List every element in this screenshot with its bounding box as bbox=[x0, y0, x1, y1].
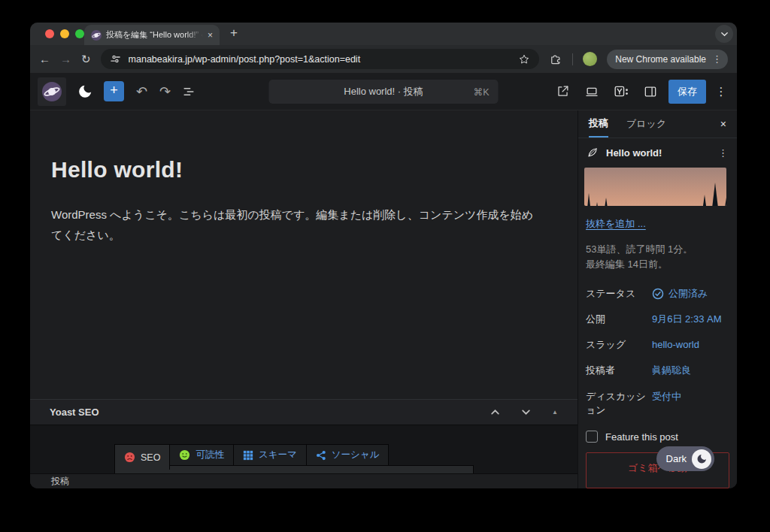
dark-mode-toggle[interactable]: Dark bbox=[656, 446, 714, 471]
close-window-button[interactable] bbox=[45, 29, 54, 38]
tab-post[interactable]: 投稿 bbox=[589, 110, 608, 138]
yoast-tab-readability[interactable]: 可読性 bbox=[170, 444, 234, 466]
breadcrumb[interactable]: 投稿 bbox=[51, 475, 69, 488]
yoast-header-controls: ▲ bbox=[490, 407, 558, 417]
move-down-icon[interactable] bbox=[521, 407, 531, 417]
post-paragraph[interactable]: WordPress へようこそ。こちらは最初の投稿です。編集または削除し、コンテ… bbox=[51, 205, 544, 245]
field-status: ステータス 公開済み bbox=[578, 281, 737, 307]
field-discussion: ディスカッション 受付中 bbox=[578, 384, 737, 423]
new-tab-button[interactable]: + bbox=[230, 26, 238, 41]
redo-button[interactable]: ↷ bbox=[159, 85, 171, 98]
mountain-sunset-image bbox=[584, 168, 726, 206]
publish-date-value[interactable]: 9月6日 2:33 AM bbox=[652, 313, 722, 326]
chevron-down-icon bbox=[720, 30, 729, 38]
extensions-icon[interactable] bbox=[549, 53, 562, 66]
tab-title: 投稿を編集 “Hello world!” ‹ 眞鍋 bbox=[106, 29, 203, 41]
back-icon[interactable]: ← bbox=[39, 53, 50, 65]
post-summary-card: Hello world! ⋮ bbox=[578, 138, 737, 165]
forward-icon[interactable]: → bbox=[60, 53, 71, 65]
field-publish-date: 公開 9月6日 2:33 AM bbox=[578, 307, 737, 332]
browser-window: 投稿を編集 “Hello world!” ‹ 眞鍋 × + ← → ↻ mana… bbox=[30, 23, 737, 488]
post-meta-info: 53単語、読了時間 1分。 最終編集 14日前。 bbox=[586, 242, 729, 272]
field-slug: スラッグ hello-world bbox=[578, 332, 737, 358]
dark-mode-label: Dark bbox=[666, 453, 687, 464]
field-label: 投稿者 bbox=[586, 364, 652, 377]
featured-image[interactable] bbox=[584, 168, 726, 206]
traffic-lights bbox=[45, 29, 84, 38]
list-view-button[interactable] bbox=[181, 84, 196, 99]
field-label: ディスカッション bbox=[586, 390, 652, 417]
block-inserter-button[interactable]: + bbox=[104, 81, 124, 101]
address-bar[interactable]: manabeakira.jp/wp-admin/post.php?post=1&… bbox=[101, 49, 540, 69]
field-label: ステータス bbox=[586, 287, 652, 301]
yoast-tab-social[interactable]: ソーシャル bbox=[307, 444, 390, 466]
browser-menu-icon[interactable]: ⋮ bbox=[712, 54, 722, 64]
reload-icon[interactable]: ↻ bbox=[81, 53, 91, 65]
yoast-tab-label: 可読性 bbox=[196, 449, 224, 461]
save-button[interactable]: 保存 bbox=[668, 80, 706, 104]
tab-close-icon[interactable]: × bbox=[208, 31, 213, 40]
field-label: 公開 bbox=[586, 313, 652, 326]
feature-post-checkbox[interactable] bbox=[586, 431, 598, 443]
editor-toolbar-right: 保存 ⋮ bbox=[551, 80, 729, 104]
site-favicon bbox=[91, 30, 102, 41]
add-excerpt-link[interactable]: 抜粋を追加 ... bbox=[586, 217, 646, 231]
bookmark-star-icon[interactable] bbox=[518, 53, 530, 65]
yoast-tab-label: ソーシャル bbox=[332, 449, 380, 461]
preview-button[interactable] bbox=[581, 80, 603, 103]
command-shortcut: ⌘K bbox=[474, 86, 490, 98]
site-icon-button[interactable] bbox=[38, 77, 66, 106]
moon-icon bbox=[696, 453, 708, 464]
feature-post-label: Feature this post bbox=[605, 431, 678, 443]
dark-mode-moon-circle bbox=[692, 449, 711, 469]
settings-sidebar-toggle[interactable] bbox=[639, 80, 662, 103]
tab-search-button[interactable] bbox=[715, 25, 733, 43]
browser-tab[interactable]: 投稿を編集 “Hello world!” ‹ 眞鍋 × bbox=[84, 25, 220, 45]
yoast-metabox-body: SEO 可読性 スキーマ ソーシャル bbox=[30, 425, 578, 473]
editor-toolbar: + ↶ ↷ Hello world! · 投稿 ⌘K 保存 ⋮ bbox=[30, 73, 737, 110]
post-fields: ステータス 公開済み 公開 9月6日 2:33 AM スラッグ hello-wo… bbox=[578, 281, 737, 423]
yoast-metabox-header[interactable]: Yoast SEO ▲ bbox=[30, 399, 578, 425]
post-card-menu-icon[interactable]: ⋮ bbox=[718, 148, 728, 158]
undo-button[interactable]: ↶ bbox=[136, 85, 147, 98]
view-post-button[interactable] bbox=[551, 80, 574, 103]
feather-icon bbox=[587, 147, 599, 159]
post-title[interactable]: Hello world! bbox=[51, 157, 578, 183]
yoast-tab-seo[interactable]: SEO bbox=[114, 444, 170, 470]
yoast-tab-schema[interactable]: スキーマ bbox=[234, 444, 307, 466]
editor-options-icon[interactable]: ⋮ bbox=[713, 85, 729, 98]
yoast-tab-label: スキーマ bbox=[259, 449, 297, 461]
field-label: スラッグ bbox=[586, 338, 652, 352]
yoast-tab-label: SEO bbox=[141, 452, 160, 463]
breadcrumb-bar: 投稿 bbox=[30, 473, 578, 488]
discussion-value[interactable]: 受付中 bbox=[652, 390, 681, 404]
toolbar-divider bbox=[572, 53, 573, 65]
dark-mode-moon-button[interactable] bbox=[77, 83, 93, 99]
chrome-update-button[interactable]: New Chrome available ⋮ bbox=[607, 50, 728, 69]
laptop-icon bbox=[584, 84, 599, 99]
minimize-window-button[interactable] bbox=[60, 29, 69, 38]
editor-canvas: Hello world! WordPress へようこそ。こちらは最初の投稿です… bbox=[30, 110, 578, 488]
yoast-seo-button[interactable] bbox=[610, 80, 632, 103]
last-edited: 最終編集 14日前。 bbox=[586, 257, 729, 272]
sidebar-panel-icon bbox=[643, 84, 658, 99]
tab-strip: 投稿を編集 “Hello world!” ‹ 眞鍋 × + bbox=[30, 23, 737, 45]
site-settings-icon[interactable] bbox=[110, 53, 121, 65]
zoom-window-button[interactable] bbox=[75, 29, 84, 38]
browser-toolbar: ← → ↻ manabeakira.jp/wp-admin/post.php?p… bbox=[30, 45, 737, 73]
tab-block[interactable]: ブロック bbox=[626, 110, 666, 138]
slug-value[interactable]: hello-world bbox=[652, 338, 699, 352]
collapse-toggle-icon[interactable]: ▲ bbox=[552, 409, 558, 416]
planet-site-icon bbox=[42, 82, 62, 101]
feature-post-row: Feature this post bbox=[586, 431, 729, 443]
post-content-area[interactable]: Hello world! WordPress へようこそ。こちらは最初の投稿です… bbox=[30, 110, 578, 399]
author-value[interactable]: 眞鍋聡良 bbox=[652, 364, 691, 377]
command-center[interactable]: Hello world! · 投稿 ⌘K bbox=[269, 80, 499, 104]
external-link-icon bbox=[556, 84, 570, 98]
move-up-icon[interactable] bbox=[490, 407, 500, 417]
yoast-title: Yoast SEO bbox=[50, 407, 99, 418]
command-center-title: Hello world! · 投稿 bbox=[344, 85, 423, 98]
status-value[interactable]: 公開済み bbox=[652, 287, 708, 301]
close-sidebar-icon[interactable]: × bbox=[720, 118, 726, 130]
profile-avatar[interactable] bbox=[583, 52, 597, 66]
